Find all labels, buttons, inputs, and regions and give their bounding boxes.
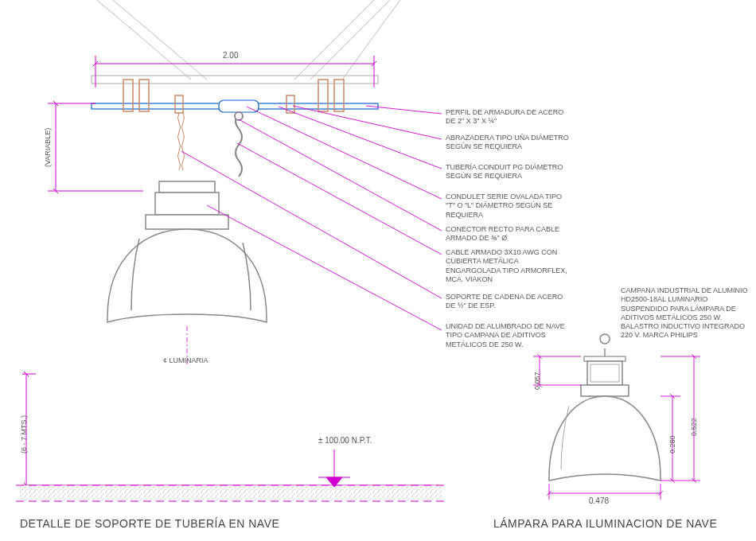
title-right: LÁMPARA PARA ILUMINACION DE NAVE [493, 517, 717, 530]
svg-point-22 [235, 112, 243, 120]
dim-522: 0.522 [690, 418, 698, 436]
svg-line-30 [366, 106, 442, 114]
dim-057: 0.057 [533, 372, 541, 390]
svg-line-5 [88, 0, 191, 80]
svg-line-33 [247, 107, 442, 199]
dim-280: 0.280 [668, 435, 676, 453]
svg-rect-15 [219, 100, 259, 112]
annot-abrazadera: ABRAZADERA TIPO UÑA DIÁMETRO SEGÚN SE RE… [446, 134, 573, 152]
svg-line-7 [294, 0, 382, 80]
dim-drop: (6 - 7 MTS.) [20, 415, 28, 453]
annot-condulet: CONDULET SERIE OVALADA TIPO "T" O "L" DI… [446, 193, 573, 220]
dim-span: 2.00 [223, 51, 238, 60]
annot-tuberia: TUBERÍA CONDUIT PG DIÁMETRO SEGÚN SE REQ… [446, 163, 573, 181]
svg-rect-28 [146, 215, 228, 229]
annot-unidad: UNIDAD DE ALUMBRADO DE NAVE TIPO CAMPANA… [446, 322, 573, 349]
annot-perfil: PERFIL DE ARMADURA DE ACERO DE 2" X 3" X… [446, 108, 573, 126]
svg-line-8 [310, 0, 398, 80]
svg-rect-27 [155, 193, 219, 215]
svg-rect-26 [159, 181, 215, 193]
annot-soporte-cadena: SOPORTE DE CADENA DE ACERO DE ½" DE ESP. [446, 293, 573, 311]
svg-line-32 [279, 107, 442, 169]
dim-variable: (VARIABLE) [44, 128, 52, 167]
svg-rect-51 [581, 385, 629, 396]
dim-478: 0.478 [589, 496, 609, 505]
title-left: DETALLE DE SOPORTE DE TUBERÍA EN NAVE [20, 517, 279, 530]
annot-conector: CONECTOR RECTO PARA CABLE ARMADO DE ⅜" Ø [446, 225, 573, 243]
svg-rect-48 [584, 356, 625, 361]
drawing-canvas [0, 0, 756, 541]
svg-line-6 [103, 0, 207, 80]
svg-line-34 [239, 119, 442, 231]
luminaria-center-label: ¢ LUMINARIA [163, 356, 208, 364]
svg-rect-41 [20, 485, 442, 501]
svg-rect-50 [590, 364, 619, 382]
annot-campana: CAMPANA INDUSTRIAL DE ALUMINIO HD2500-18… [621, 286, 752, 341]
annot-cable: CABLE ARMADO 3X10 AWG CON CUBIERTA METÁL… [446, 248, 573, 284]
svg-line-31 [293, 106, 442, 139]
dim-npt: ± 100.00 N.P.T. [318, 436, 372, 445]
